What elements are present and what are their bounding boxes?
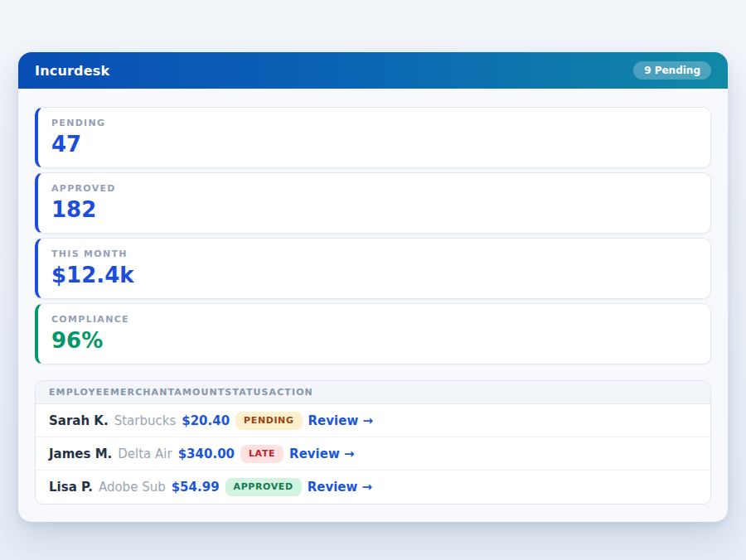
table-row: Lisa P. Adobe Sub $54.99 APPROVED Review…: [36, 471, 710, 504]
pending-count-badge: 9 Pending: [633, 61, 711, 80]
stat-value: 47: [51, 133, 697, 157]
employee-name: Lisa P.: [49, 480, 93, 495]
column-header-amount: AMOUNT: [174, 387, 225, 398]
status-badge: LATE: [240, 445, 283, 463]
stat-value: 182: [51, 198, 697, 222]
review-link[interactable]: Review →: [308, 413, 373, 428]
column-header-merchant: MERCHANT: [110, 387, 174, 398]
merchant-name: Starbucks: [114, 413, 177, 428]
stat-card-this-month: THIS MONTH $12.4k: [35, 238, 711, 299]
employee-name: James M.: [49, 447, 112, 461]
merchant-name: Adobe Sub: [99, 480, 166, 495]
expense-amount: $20.40: [182, 413, 230, 428]
stat-value: 96%: [51, 329, 697, 353]
expense-amount: $54.99: [172, 480, 220, 495]
table-row: Sarah K. Starbucks $20.40 PENDING Review…: [36, 404, 710, 437]
column-header-employee: EMPLOYEE: [49, 387, 110, 398]
page-background: Incurdesk 9 Pending PENDING 47 APPROVED …: [0, 0, 746, 560]
app-title: Incurdesk: [35, 63, 109, 79]
table-row: James M. Delta Air $340.00 LATE Review →: [36, 437, 710, 471]
stat-card-pending: PENDING 47: [35, 107, 711, 168]
column-header-status: STATUS: [225, 387, 269, 398]
app-body: PENDING 47 APPROVED 182 THIS MONTH $12.4…: [18, 89, 728, 522]
stat-card-compliance: COMPLIANCE 96%: [35, 303, 711, 364]
status-badge: APPROVED: [225, 478, 302, 496]
stat-card-approved: APPROVED 182: [35, 172, 711, 234]
stat-label: APPROVED: [51, 184, 697, 194]
table-header-row: EMPLOYEEMERCHANTAMOUNTSTATUSACTION: [36, 381, 710, 404]
stat-label: COMPLIANCE: [51, 315, 697, 325]
expenses-table: EMPLOYEEMERCHANTAMOUNTSTATUSACTION Sarah…: [35, 380, 711, 504]
expense-amount: $340.00: [178, 447, 235, 461]
app-card: Incurdesk 9 Pending PENDING 47 APPROVED …: [18, 52, 728, 522]
app-header: Incurdesk 9 Pending: [18, 52, 728, 89]
column-header-action: ACTION: [269, 387, 313, 398]
employee-name: Sarah K.: [49, 413, 109, 428]
stat-label: PENDING: [51, 118, 697, 128]
review-link[interactable]: Review →: [289, 447, 354, 461]
merchant-name: Delta Air: [118, 447, 172, 461]
stat-value: $12.4k: [51, 263, 697, 287]
status-badge: PENDING: [235, 412, 302, 430]
stat-label: THIS MONTH: [51, 249, 697, 259]
review-link[interactable]: Review →: [308, 480, 372, 495]
